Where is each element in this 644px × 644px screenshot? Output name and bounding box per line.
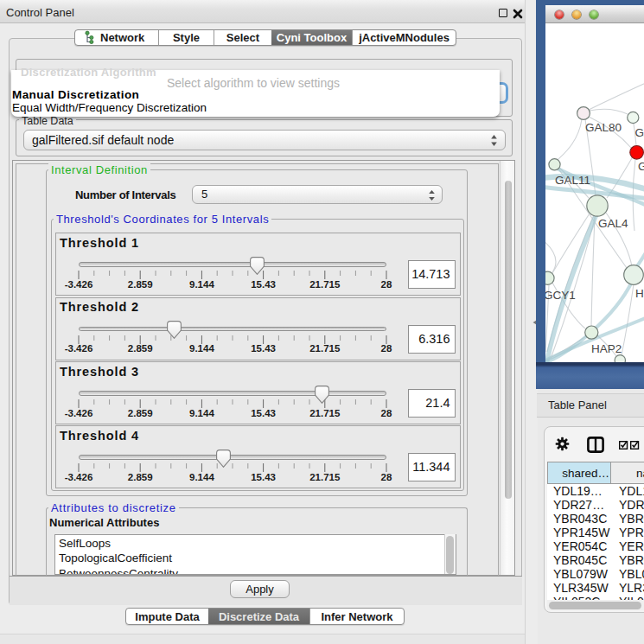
- svg-text:GAL11: GAL11: [555, 174, 590, 187]
- svg-text:GAL1: GAL1: [638, 160, 644, 173]
- svg-text:GCY1: GCY1: [545, 289, 576, 302]
- svg-text:GAL4: GAL4: [598, 217, 628, 230]
- svg-text:HAP2: HAP2: [591, 342, 622, 355]
- svg-text:GAL80: GAL80: [585, 121, 622, 134]
- svg-text:HIS4: HIS4: [635, 287, 644, 300]
- svg-text:GAL80: GAL80: [635, 126, 644, 139]
